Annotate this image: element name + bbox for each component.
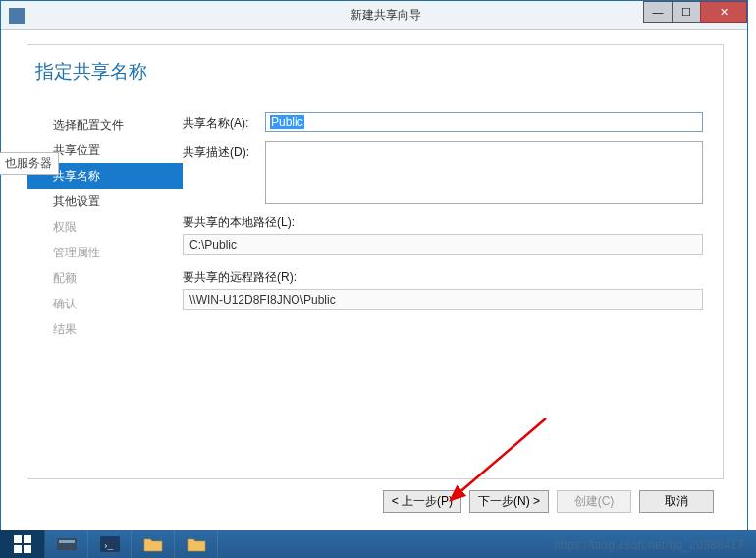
share-name-input[interactable]: Public: [265, 112, 703, 132]
tooltip: 也服务器: [0, 152, 59, 175]
window-controls: — ☐ ✕: [644, 1, 747, 23]
step-permissions: 权限: [41, 214, 183, 240]
window-title: 新建共享向导: [25, 7, 747, 24]
svg-rect-6: [59, 540, 75, 543]
step-confirm: 确认: [41, 291, 183, 316]
wizard-buttons: < 上一步(P) 下一步(N) > 创建(C) 取消: [383, 490, 714, 513]
minimize-button[interactable]: —: [643, 1, 673, 23]
create-button: 创建(C): [557, 490, 631, 513]
svg-rect-3: [14, 545, 22, 553]
powershell-icon: ›_: [100, 536, 120, 552]
share-name-label: 共享名称(A):: [183, 112, 265, 132]
task-explorer[interactable]: [132, 530, 175, 558]
close-button[interactable]: ✕: [700, 1, 747, 23]
step-results: 结果: [41, 316, 183, 342]
share-desc-label: 共享描述(D):: [183, 141, 265, 161]
local-path-label: 要共享的本地路径(L):: [183, 214, 703, 231]
cancel-button[interactable]: 取消: [639, 490, 714, 513]
local-path-value: C:\Public: [183, 234, 703, 255]
page-heading: 指定共享名称: [27, 45, 723, 84]
server-manager-icon: [57, 536, 77, 552]
wizard-window: 新建共享向导 — ☐ ✕ 指定共享名称 选择配置文件 共享位置 共享名称 其他设…: [0, 0, 748, 535]
task-powershell[interactable]: ›_: [88, 530, 132, 558]
share-desc-input[interactable]: [265, 141, 703, 204]
start-icon: [14, 535, 31, 553]
folder-icon: [187, 536, 206, 552]
svg-rect-5: [57, 538, 77, 550]
step-management: 管理属性: [41, 240, 183, 265]
task-explorer-2[interactable]: [175, 530, 218, 558]
next-button[interactable]: 下一步(N) >: [469, 490, 549, 513]
step-other-settings[interactable]: 其他设置: [41, 189, 183, 214]
step-share-location[interactable]: 共享位置: [41, 138, 183, 163]
maximize-button[interactable]: ☐: [672, 1, 701, 23]
folder-icon: [143, 536, 163, 552]
step-select-profile[interactable]: 选择配置文件: [41, 112, 183, 138]
step-quota: 配额: [41, 265, 183, 291]
svg-rect-2: [24, 535, 31, 543]
task-server-manager[interactable]: [45, 530, 88, 558]
svg-rect-1: [14, 535, 22, 543]
svg-text:›_: ›_: [104, 538, 114, 550]
watermark: https://blog.csdn.net/qq_20388417: [554, 538, 744, 552]
remote-path-value: \\WIN-U12D8FI8JNO\Public: [183, 289, 703, 310]
svg-rect-4: [24, 545, 31, 553]
app-icon: [9, 8, 25, 24]
content-panel: 指定共享名称 选择配置文件 共享位置 共享名称 其他设置 权限 管理属性 配额 …: [27, 44, 724, 479]
remote-path-label: 要共享的远程路径(R):: [183, 269, 703, 286]
start-button[interactable]: [0, 530, 45, 558]
titlebar: 新建共享向导 — ☐ ✕: [1, 1, 747, 30]
form-area: 共享名称(A): Public 共享描述(D): 要共享的本地路径(L): C:…: [183, 112, 723, 476]
previous-button[interactable]: < 上一步(P): [383, 490, 461, 513]
